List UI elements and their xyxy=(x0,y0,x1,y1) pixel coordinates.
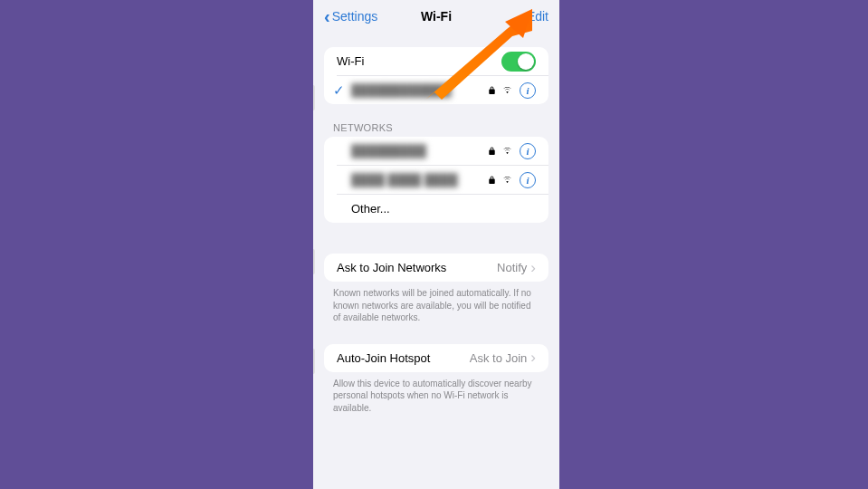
lock-icon xyxy=(487,85,497,95)
connected-network-name: ████████████ xyxy=(351,83,452,97)
back-button[interactable]: ‹ Settings xyxy=(324,9,377,24)
ask-join-value: Notify xyxy=(497,261,527,274)
wifi-toggle[interactable] xyxy=(501,52,536,72)
auto-hotspot-footer: Allow this device to automatically disco… xyxy=(333,378,539,415)
networks-group: █████████ i ████ ████ ████ i Other... xyxy=(324,137,548,223)
chevron-right-icon: › xyxy=(530,349,536,367)
page-title: Wi-Fi xyxy=(421,9,452,24)
lock-icon xyxy=(487,146,497,156)
networks-header: NETWORKS xyxy=(333,122,539,133)
chevron-left-icon: ‹ xyxy=(324,9,330,24)
network-row[interactable]: ████ ████ ████ i xyxy=(337,165,548,194)
ask-join-group: Ask to Join Networks Notify › xyxy=(324,254,548,282)
auto-hotspot-group: Auto-Join Hotspot Ask to Join › xyxy=(324,344,548,372)
auto-hotspot-value: Ask to Join xyxy=(470,351,528,365)
nav-bar: ‹ Settings Wi-Fi Edit xyxy=(313,0,559,33)
ask-join-label: Ask to Join Networks xyxy=(337,261,446,274)
network-row[interactable]: █████████ i xyxy=(324,137,548,165)
edit-button[interactable]: Edit xyxy=(527,9,548,24)
wifi-settings-screen: ‹ Settings Wi-Fi Edit Wi-Fi ✓ ██████████… xyxy=(313,0,559,489)
connected-network-row[interactable]: ✓ ████████████ i xyxy=(337,75,548,104)
wifi-toggle-row: Wi-Fi xyxy=(324,47,548,75)
info-icon[interactable]: i xyxy=(520,172,536,188)
back-label: Settings xyxy=(332,9,378,24)
info-icon[interactable]: i xyxy=(520,143,536,159)
wifi-toggle-group: Wi-Fi ✓ ████████████ i xyxy=(324,47,548,104)
other-label: Other... xyxy=(351,202,390,216)
ask-join-row[interactable]: Ask to Join Networks Notify › xyxy=(324,254,548,282)
network-name: █████████ xyxy=(351,144,426,158)
network-name: ████ ████ ████ xyxy=(351,173,458,187)
wifi-icon xyxy=(502,85,512,95)
auto-hotspot-row[interactable]: Auto-Join Hotspot Ask to Join › xyxy=(324,344,548,372)
wifi-icon xyxy=(502,175,512,185)
lock-icon xyxy=(487,175,497,185)
auto-hotspot-label: Auto-Join Hotspot xyxy=(337,351,430,365)
chevron-right-icon: › xyxy=(530,259,536,277)
ask-join-footer: Known networks will be joined automatica… xyxy=(333,287,539,324)
info-icon[interactable]: i xyxy=(520,82,536,99)
other-network-row[interactable]: Other... xyxy=(337,194,548,223)
wifi-label: Wi-Fi xyxy=(337,54,364,68)
checkmark-icon: ✓ xyxy=(333,82,344,99)
wifi-icon xyxy=(502,146,512,156)
